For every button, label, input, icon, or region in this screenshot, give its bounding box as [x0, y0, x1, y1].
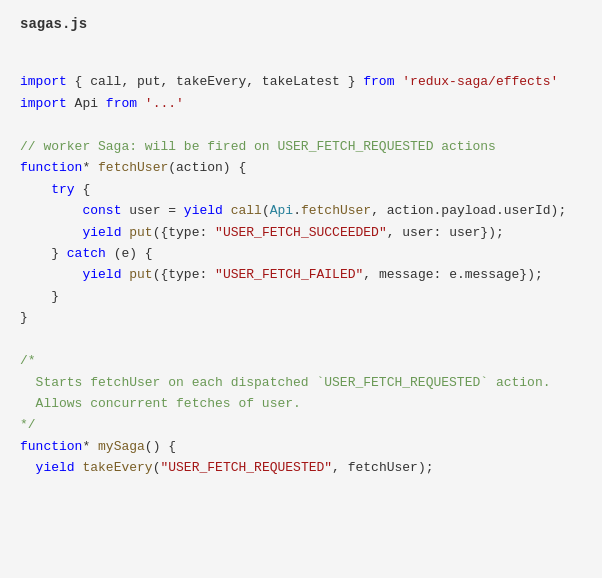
code-line-yield2: yield put({type: "USER_FETCH_FAILED", me…: [20, 264, 582, 285]
filename-label: sagas.js: [20, 16, 582, 32]
code-line-yield3: yield takeEvery("USER_FETCH_REQUESTED", …: [20, 457, 582, 478]
code-line-comment: // worker Saga: will be fired on USER_FE…: [20, 136, 582, 157]
code-line-comment-3: Allows concurrent fetches of user.: [20, 393, 582, 414]
code-line-func1: function* fetchUser(action) {: [20, 157, 582, 178]
code-line-comment-2: Starts fetchUser on each dispatched `USE…: [20, 372, 582, 393]
code-line-2: import { call, put, takeEvery, takeLates…: [20, 71, 582, 92]
code-line-comment-start: /*: [20, 350, 582, 371]
code-line-const: const user = yield call(Api.fetchUser, a…: [20, 200, 582, 221]
code-line-close-func1: }: [20, 307, 582, 328]
code-line-empty-2: [20, 114, 582, 135]
code-line-try: try {: [20, 179, 582, 200]
code-line-empty-1: [20, 50, 582, 71]
code-line-func2: function* mySaga() {: [20, 436, 582, 457]
code-block: import { call, put, takeEvery, takeLates…: [20, 50, 582, 479]
code-line-catch: } catch (e) {: [20, 243, 582, 264]
code-line-close-catch: }: [20, 286, 582, 307]
code-line-empty-3: [20, 329, 582, 350]
main-container: sagas.js import { call, put, takeEvery, …: [0, 0, 602, 578]
code-line-yield1: yield put({type: "USER_FETCH_SUCCEEDED",…: [20, 222, 582, 243]
code-line-3: import Api from '...': [20, 93, 582, 114]
code-line-comment-end: */: [20, 414, 582, 435]
